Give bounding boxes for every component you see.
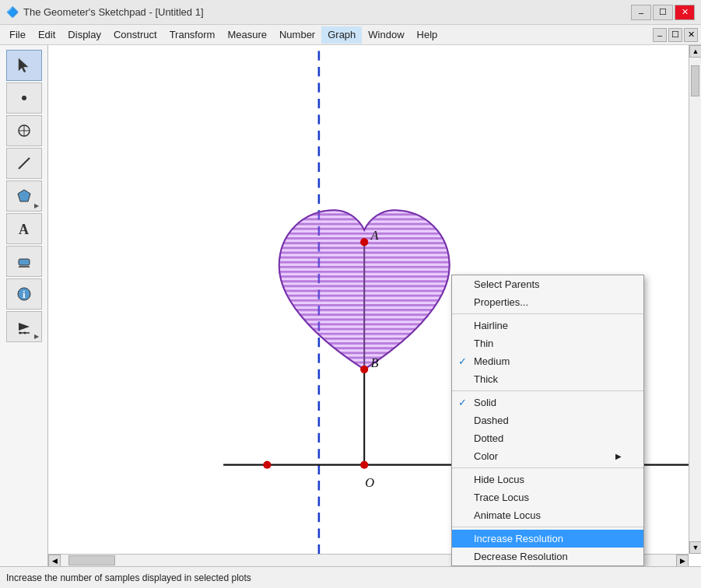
scroll-down-button[interactable]: ▼ [689, 541, 701, 554]
animation-icon [16, 318, 33, 335]
scroll-right-button[interactable]: ▶ [676, 555, 689, 566]
title-bar: 🔷 The Geometer's Sketchpad - [Untitled 1… [0, 0, 701, 25]
menu-number[interactable]: Number [273, 26, 321, 44]
menu-help[interactable]: Help [411, 26, 444, 44]
menubar-restore[interactable]: ☐ [668, 28, 682, 42]
tool-point[interactable] [6, 82, 42, 114]
svg-marker-0 [19, 58, 28, 72]
menu-edit[interactable]: Edit [32, 26, 61, 44]
ctx-sep2 [452, 390, 643, 391]
ctx-medium[interactable]: Medium [452, 352, 643, 370]
svg-marker-12 [19, 323, 30, 331]
ctx-hide-locus[interactable]: Hide Locus [452, 471, 643, 488]
tool-polygon[interactable]: ▶ [6, 180, 42, 212]
polygon-icon [16, 187, 33, 205]
context-menu: Select Parents Properties... Hairline Th… [451, 275, 644, 566]
svg-text:A: A [19, 222, 29, 237]
svg-marker-6 [18, 190, 30, 201]
ctx-decrease-resolution[interactable]: Decrease Resolution [452, 548, 643, 565]
ctx-animate-locus[interactable]: Animate Locus [452, 506, 643, 524]
title-bar-text: The Geometer's Sketchpad - [Untitled 1] [23, 6, 631, 18]
ctx-thin[interactable]: Thin [452, 334, 643, 352]
menubar-minimize[interactable]: – [653, 28, 667, 42]
select-icon [16, 57, 33, 74]
ctx-select-parents[interactable]: Select Parents [452, 275, 643, 293]
straightedge-icon [16, 155, 33, 172]
close-button[interactable]: ✕ [675, 5, 695, 20]
ctx-hairline[interactable]: Hairline [452, 317, 643, 334]
menu-bar: File Edit Display Construct Transform Me… [0, 25, 701, 45]
menu-graph[interactable]: Graph [321, 26, 362, 44]
svg-point-21 [360, 238, 368, 246]
polygon-arrow: ▶ [34, 202, 39, 209]
svg-point-23 [360, 366, 368, 373]
tool-straightedge[interactable] [6, 148, 42, 179]
scroll-thumb-horizontal[interactable] [68, 555, 115, 565]
menu-window[interactable]: Window [362, 26, 410, 44]
menu-construct[interactable]: Construct [107, 26, 163, 44]
tool-select[interactable] [6, 50, 42, 81]
tool-animation[interactable]: ▶ [6, 311, 42, 342]
ctx-color-arrow: ▶ [615, 452, 622, 460]
ctx-sep1 [452, 313, 643, 314]
ctx-color[interactable]: Color ▶ [452, 447, 643, 465]
scroll-up-button[interactable]: ▲ [689, 45, 701, 58]
status-bar: Increase the number of samples displayed… [0, 566, 701, 588]
svg-rect-8 [19, 259, 30, 265]
menu-bar-right: – ☐ ✕ [653, 28, 698, 42]
compass-icon [16, 122, 33, 139]
svg-text:O: O [365, 475, 374, 490]
status-text: Increase the number of samples displayed… [6, 572, 251, 583]
svg-text:B: B [370, 355, 378, 370]
canvas-area[interactable]: A B O Select Parents Properties... Hairl… [48, 45, 701, 566]
title-bar-buttons: – ☐ ✕ [631, 5, 695, 20]
svg-text:A: A [370, 228, 379, 243]
svg-text:i: i [23, 289, 26, 300]
scrollbar-vertical[interactable]: ▲ ▼ [689, 45, 701, 554]
app-icon: 🔷 [6, 6, 19, 19]
svg-point-15 [23, 332, 26, 334]
svg-point-27 [263, 461, 271, 469]
menubar-close[interactable]: ✕ [684, 28, 698, 42]
ctx-dotted[interactable]: Dotted [452, 429, 643, 447]
menu-measure[interactable]: Measure [221, 26, 273, 44]
point-icon [16, 89, 33, 107]
info-icon: i [16, 285, 33, 303]
scroll-left-button[interactable]: ◀ [48, 555, 61, 566]
animation-arrow: ▶ [34, 333, 39, 340]
ctx-increase-resolution[interactable]: Increase Resolution [452, 530, 643, 548]
ctx-properties[interactable]: Properties... [452, 293, 643, 311]
ctx-solid[interactable]: Solid [452, 394, 643, 411]
svg-line-5 [19, 158, 30, 169]
main-layout: ▶ A i [0, 45, 701, 566]
maximize-button[interactable]: ☐ [653, 5, 673, 20]
marker-icon [16, 253, 33, 270]
ctx-trace-locus[interactable]: Trace Locus [452, 488, 643, 506]
ctx-dashed[interactable]: Dashed [452, 411, 643, 429]
tool-marker[interactable] [6, 246, 42, 277]
tool-text[interactable]: A [6, 213, 42, 244]
menu-transform[interactable]: Transform [163, 26, 222, 44]
scroll-track-vertical[interactable] [689, 58, 701, 541]
svg-point-14 [19, 332, 21, 334]
tool-compass[interactable] [6, 115, 42, 146]
minimize-button[interactable]: – [631, 5, 651, 20]
ctx-thick[interactable]: Thick [452, 370, 643, 388]
tool-info[interactable]: i [6, 278, 42, 310]
ctx-sep3 [452, 467, 643, 468]
toolbar: ▶ A i [0, 45, 48, 566]
ctx-sep4 [452, 527, 643, 527]
menu-display[interactable]: Display [61, 26, 107, 44]
svg-point-1 [22, 96, 26, 100]
text-icon: A [16, 220, 33, 237]
scroll-thumb-vertical[interactable] [691, 65, 699, 96]
menu-file[interactable]: File [3, 26, 32, 44]
svg-point-25 [360, 461, 368, 469]
